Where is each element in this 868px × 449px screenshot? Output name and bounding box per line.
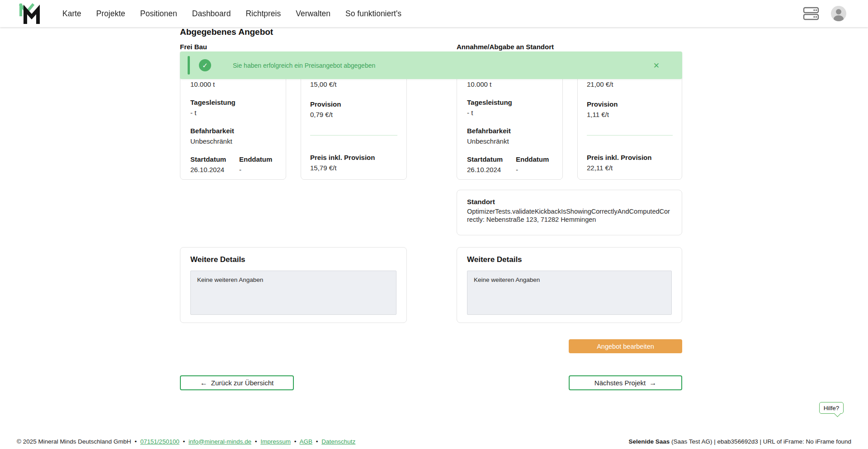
- logo-mark-icon: [18, 2, 41, 25]
- nav-item-richtpreis[interactable]: Richtpreis: [245, 9, 281, 19]
- standort-label: Standort: [467, 198, 672, 206]
- footer-separator: •: [255, 438, 257, 445]
- total-price-value: 15,79 €/t: [310, 164, 397, 172]
- commission-label: Provision: [587, 100, 673, 108]
- section-heading-frei-bau: Frei Bau: [180, 43, 407, 51]
- standort-value: OptimizerTests.validateKickbackIsShowing…: [467, 208, 672, 224]
- footer-separator: •: [183, 438, 185, 445]
- commission-value: 0,79 €/t: [310, 111, 397, 119]
- commission-value: 1,11 €/t: [587, 111, 673, 119]
- footer-imprint-link[interactable]: Impressum: [260, 438, 291, 445]
- daily-output-label: Tagesleistung: [467, 98, 556, 107]
- footer-app-name: Selenide Saas: [628, 438, 670, 445]
- mineral-minds-logo[interactable]: [18, 2, 41, 25]
- footer-phone-link[interactable]: 07151/250100: [140, 438, 179, 445]
- footer-email-link[interactable]: info@mineral-minds.de: [189, 438, 251, 445]
- more-details-heading: Weitere Details: [467, 255, 672, 264]
- top-nav-bar: Karte Projekte Positionen Dashboard Rich…: [0, 0, 868, 27]
- toast-message: Sie haben erfolgreich ein Preisangebot a…: [233, 62, 375, 69]
- arrow-left-icon: ←: [200, 379, 208, 387]
- end-date-label: Enddatum: [516, 155, 549, 164]
- footer: © 2025 Mineral Minds Deutschland GmbH • …: [0, 434, 868, 449]
- end-date-label: Enddatum: [239, 155, 272, 164]
- edit-offer-button[interactable]: Angebot bearbeiten: [569, 339, 682, 353]
- end-date-value: -: [516, 166, 549, 174]
- quantity-value: 10.000 t: [190, 80, 279, 89]
- check-circle-icon: ✓: [199, 59, 211, 71]
- footer-terms-link[interactable]: AGB: [300, 438, 313, 445]
- arrow-right-icon: →: [649, 379, 656, 387]
- more-details-card-right: Weitere Details Keine weiteren Angaben: [457, 247, 682, 323]
- nav-item-projekte[interactable]: Projekte: [96, 9, 125, 19]
- trafficability-label: Befahrbarkeit: [190, 127, 279, 135]
- section-heading-annahme-abgabe: Annahme/Abgabe an Standort: [457, 43, 682, 51]
- more-details-card-left: Weitere Details Keine weiteren Angaben: [180, 247, 407, 323]
- offer-price-value: 15,00 €/t: [310, 80, 397, 89]
- daily-output-label: Tagesleistung: [190, 98, 279, 107]
- user-avatar-icon[interactable]: [831, 6, 846, 21]
- start-date-label: Startdatum: [190, 155, 239, 164]
- footer-separator: •: [316, 438, 318, 445]
- copyright-text: © 2025 Mineral Minds Deutschland GmbH: [17, 438, 131, 445]
- footer-separator: •: [135, 438, 137, 445]
- start-date-label: Startdatum: [467, 155, 516, 164]
- end-date-value: -: [239, 166, 272, 174]
- footer-right: Selenide Saas (Saas Test AG) | ebab35669…: [628, 438, 851, 445]
- trafficability-value: Unbeschränkt: [467, 137, 556, 145]
- page-title: Abgegebenes Angebot: [180, 27, 682, 37]
- quantity-value: 10.000 t: [467, 80, 556, 89]
- more-details-heading: Weitere Details: [190, 255, 396, 264]
- footer-separator: •: [294, 438, 297, 445]
- success-toast: ✓ Sie haben erfolgreich ein Preisangebot…: [180, 51, 682, 79]
- back-to-overview-button[interactable]: ← Zurück zur Übersicht: [180, 375, 294, 390]
- trafficability-value: Unbeschränkt: [190, 137, 279, 145]
- footer-privacy-link[interactable]: Datenschutz: [321, 438, 355, 445]
- back-button-label: Zurück zur Übersicht: [211, 379, 274, 387]
- standort-card: Standort OptimizerTests.validateKickback…: [457, 190, 682, 235]
- footer-left: © 2025 Mineral Minds Deutschland GmbH • …: [17, 438, 355, 445]
- trafficability-label: Befahrbarkeit: [467, 127, 556, 135]
- start-date-value: 26.10.2024: [190, 166, 239, 174]
- start-date-value: 26.10.2024: [467, 166, 516, 174]
- toast-accent-bar: [188, 56, 190, 75]
- offer-page: Abgegebenes Angebot Frei Bau Annahme/Abg…: [180, 27, 682, 390]
- nav-item-verwalten[interactable]: Verwalten: [296, 9, 330, 19]
- price-divider: [587, 135, 673, 136]
- price-divider: [310, 135, 397, 136]
- more-details-textarea: Keine weiteren Angaben: [467, 271, 672, 315]
- nav-item-dashboard[interactable]: Dashboard: [192, 9, 231, 19]
- footer-app-info: (Saas Test AG) | ebab356692d3 | URL of i…: [670, 438, 851, 445]
- nav-item-so-funktionierts[interactable]: So funktioniert's: [345, 9, 401, 19]
- daily-output-value: - t: [467, 109, 556, 117]
- nav-item-karte[interactable]: Karte: [62, 9, 81, 19]
- total-price-value: 22,11 €/t: [587, 164, 673, 172]
- help-button[interactable]: Hilfe?: [819, 402, 844, 414]
- nav-item-positionen[interactable]: Positionen: [140, 9, 177, 19]
- commission-label: Provision: [310, 100, 397, 108]
- dns-icon[interactable]: [803, 7, 819, 20]
- offer-price-value: 21,00 €/t: [587, 80, 673, 89]
- total-price-label: Preis inkl. Provision: [310, 154, 397, 162]
- next-project-button[interactable]: Nächstes Projekt →: [569, 375, 682, 390]
- daily-output-value: - t: [190, 109, 279, 117]
- main-nav: Karte Projekte Positionen Dashboard Rich…: [62, 9, 401, 19]
- next-button-label: Nächstes Projekt: [594, 379, 646, 387]
- more-details-textarea: Keine weiteren Angaben: [190, 271, 396, 315]
- close-icon[interactable]: ✕: [653, 61, 660, 69]
- total-price-label: Preis inkl. Provision: [587, 154, 673, 162]
